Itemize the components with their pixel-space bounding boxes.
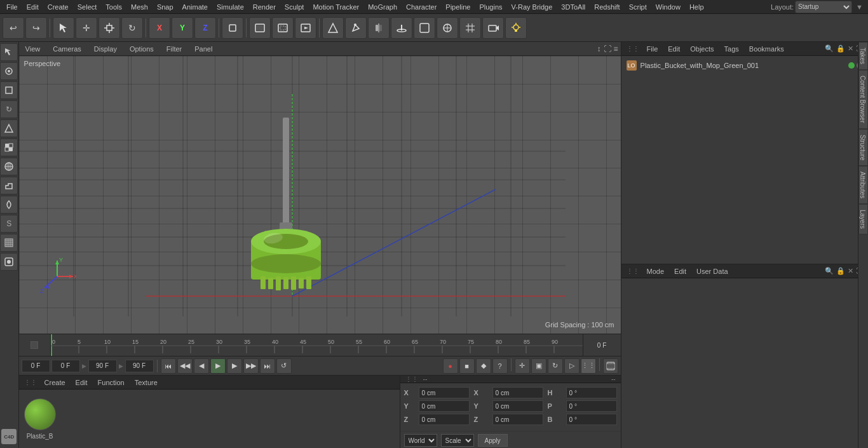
object-mode-button[interactable] [222,17,243,39]
current-frame-input[interactable] [51,360,80,372]
viewport-shading-button[interactable] [322,17,344,39]
poly-pen-button[interactable] [345,17,367,39]
grid-button[interactable] [459,17,481,39]
frame-end-input[interactable] [88,360,117,372]
viewport-icon-menu[interactable]: ≡ [614,44,618,53]
viewport-3d[interactable]: Perspective [19,56,621,334]
attributes-menu-mode[interactable]: Mode [644,268,667,275]
menu-file[interactable]: File [3,2,22,12]
camera-button[interactable] [482,17,504,39]
coord-x-rot-input[interactable] [492,387,543,398]
select-tool-button[interactable] [53,17,74,39]
attributes-menu-edit[interactable]: Edit [672,268,689,275]
step-fwd-button[interactable]: ▶ [227,358,242,374]
material-item-0[interactable]: Plastic_B [24,398,56,440]
dots-transport-button[interactable]: ⋮⋮ [581,358,596,374]
timeline-ruler[interactable]: 0 5 10 15 20 25 30 35 40 [51,334,583,356]
layout-arrow[interactable]: ▼ [853,3,865,11]
menu-edit[interactable]: Edit [23,2,43,12]
rotate-tool-button[interactable]: ↻ [121,17,143,39]
left-tool-8[interactable] [0,177,18,194]
menu-tools[interactable]: Tools [102,2,126,12]
vp-tab-options[interactable]: Options [126,44,158,54]
menu-pipeline[interactable]: Pipeline [442,2,474,12]
step-back-1-button[interactable]: ◀ [194,358,209,374]
render-anim-button[interactable] [295,17,316,39]
left-tool-11[interactable] [0,234,18,252]
menu-help[interactable]: Help [686,2,708,12]
menu-3dtoall[interactable]: 3DToAll [557,2,589,12]
menu-simulate[interactable]: Simulate [213,2,248,12]
coord-b-input[interactable] [566,414,617,425]
coord-apply-button[interactable]: Apply [478,434,508,447]
coord-y-pos-input[interactable] [419,400,470,412]
menu-script[interactable]: Script [625,2,651,12]
z-axis-button[interactable]: Z [194,17,216,39]
light-button[interactable] [505,17,527,39]
x-axis-button[interactable]: X [149,17,170,39]
help-transport-button[interactable]: ? [492,358,508,374]
vp-tab-filter[interactable]: Filter [163,44,186,54]
left-tool-3[interactable] [0,81,18,99]
move-tool-button[interactable]: ✛ [76,17,97,39]
menu-render[interactable]: Render [249,2,280,12]
menu-select[interactable]: Select [74,2,101,12]
floor-button[interactable] [391,17,412,39]
attributes-menu-userdata[interactable]: User Data [694,268,731,275]
menu-animate[interactable]: Animate [179,2,212,12]
coord-h-input[interactable] [566,387,617,398]
skip-to-end-button[interactable]: ⏭ [260,358,275,374]
right-tab-layers[interactable]: Layers [858,204,868,234]
left-tool-10[interactable]: S [0,215,18,233]
menu-mograph[interactable]: MoGraph [364,2,401,12]
mirror-button[interactable] [368,17,390,39]
menu-character[interactable]: Character [402,2,440,12]
material-menu-edit[interactable]: Edit [73,379,90,386]
objects-menu-file[interactable]: File [644,45,661,53]
coord-p-input[interactable] [566,400,617,412]
coord-y-rot-input[interactable] [492,400,543,412]
right-tab-content-browser[interactable]: Content Browser [858,70,868,128]
coord-z-pos-input[interactable] [419,414,470,425]
menu-motion-tracker[interactable]: Motion Tracker [309,2,363,12]
menu-mesh[interactable]: Mesh [127,2,152,12]
objects-menu-objects[interactable]: Objects [688,45,716,53]
move-transport-button[interactable]: ✛ [515,358,530,374]
left-tool-7[interactable] [0,158,18,175]
frame-max-input[interactable] [125,360,154,372]
objects-lock-icon[interactable]: 🔒 [836,44,845,53]
record-button[interactable]: ● [443,358,458,374]
object-dot-visible[interactable] [848,62,855,69]
step-fwd-2-button[interactable]: ▶▶ [243,358,259,374]
left-tool-1[interactable] [0,43,18,61]
menu-redshift[interactable]: Redshift [590,2,623,12]
undo-button[interactable]: ↩ [3,17,24,39]
background-button[interactable] [437,17,458,39]
skip-to-start-button[interactable]: ⏮ [161,358,176,374]
vp-tab-panel[interactable]: Panel [191,44,216,54]
object-row-0[interactable]: LO Plastic_Bucket_with_Mop_Green_001 [624,58,865,72]
menu-plugins[interactable]: Plugins [475,2,506,12]
attr-close-icon[interactable]: ✕ [848,267,853,275]
vp-tab-view[interactable]: View [22,44,44,54]
attr-lock-icon[interactable]: 🔒 [836,267,845,275]
loop-button[interactable]: ↺ [276,358,292,374]
menu-vray[interactable]: V-Ray Bridge [508,2,557,12]
vp-tab-display[interactable]: Display [90,44,121,54]
right-tab-takes[interactable]: Takes [858,42,868,70]
layout-select[interactable]: Startup [795,1,852,13]
left-tool-4[interactable]: ↻ [0,100,18,118]
anim-transport-button[interactable]: ▷ [564,358,580,374]
material-menu-function[interactable]: Function [95,379,127,386]
frame-start-input[interactable] [22,360,50,372]
step-back-button[interactable]: ◀◀ [177,358,193,374]
left-tool-9[interactable] [0,196,18,214]
left-tool-5[interactable] [0,119,18,137]
menu-create[interactable]: Create [44,2,72,12]
render-region-button[interactable] [272,17,294,39]
objects-menu-edit[interactable]: Edit [665,45,682,53]
foreground-button[interactable] [414,17,435,39]
right-tab-attributes[interactable]: Attributes [858,166,868,204]
menu-sculpt[interactable]: Sculpt [281,2,308,12]
redo-button[interactable]: ↪ [25,17,47,39]
